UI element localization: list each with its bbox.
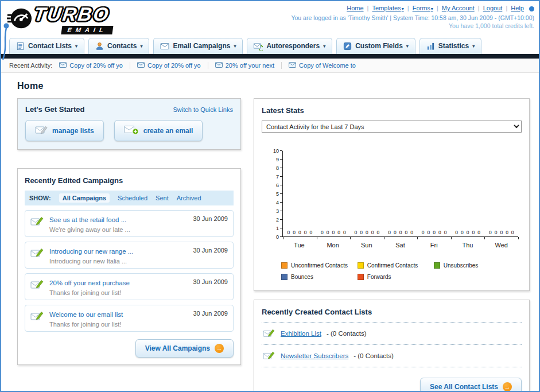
stats-period-select[interactable]: Contact Activity for the Last 7 Days <box>262 121 522 133</box>
chart-value-label: 0 <box>428 230 430 235</box>
campaign-title-link[interactable]: Introducing our new range ... <box>49 248 133 255</box>
logo-secondary: EMAIL <box>61 26 113 34</box>
chart-value-label: 0 <box>489 230 492 235</box>
help-icon[interactable] <box>529 6 534 11</box>
chart-value-label: 0 <box>371 230 374 235</box>
campaign-title-link[interactable]: See us at the retail food ... <box>49 216 126 223</box>
y-axis-label: 3 <box>276 208 279 214</box>
recent-activity-label: Recent Activity: <box>9 62 52 69</box>
campaign-date: 30 Jun 2009 <box>193 215 228 222</box>
campaign-subtitle: Thanks for joining our list! <box>49 321 188 328</box>
tab-custom-fields[interactable]: Custom Fields ▾ <box>336 38 415 54</box>
envelope-pencil-icon <box>30 215 44 229</box>
campaign-title-link[interactable]: Welcome to our email list <box>49 311 123 318</box>
chart-group: 00000 <box>484 230 518 235</box>
campaign-filter-bar: SHOW: All Campaigns Scheduled Sent Archi… <box>25 191 234 205</box>
chart-group: 00000 <box>350 230 384 235</box>
separator: | <box>437 5 438 11</box>
x-axis-label: Mon <box>316 242 350 249</box>
filter-archived[interactable]: Archived <box>177 195 201 201</box>
tab-label: Autoresponders <box>266 42 320 50</box>
chart-value-label: 0 <box>405 230 407 235</box>
chart-value-label: 0 <box>506 230 508 235</box>
contact-list-detail: - (0 Contacts) <box>327 330 367 337</box>
chart-value-label: 0 <box>366 230 368 235</box>
legend-item: Unsubscribes <box>434 262 510 269</box>
chevron-down-icon: ▾ <box>431 6 433 11</box>
recent-activity-item[interactable]: Copy of 20% off yo <box>137 62 208 69</box>
legend-swatch-unsubscribes <box>434 262 440 269</box>
create-email-button[interactable]: create an email <box>114 120 203 141</box>
chart-value-label: 0 <box>388 230 391 235</box>
campaigns-title: Recently Edited Campaigns <box>25 176 123 185</box>
legend-swatch-unconfirmed <box>281 262 288 269</box>
envelope-pencil-icon <box>30 247 44 261</box>
autoresponders-icon <box>254 42 263 51</box>
top-nav: Home | Templates▾ | Forms▾ | My Account … <box>291 5 534 11</box>
envelope-pencil-icon <box>263 350 275 362</box>
tab-contact-lists[interactable]: Contact Lists ▾ <box>9 38 84 54</box>
legend-item: Unconfirmed Contacts <box>281 262 358 269</box>
chart-group: 00000 <box>384 230 418 235</box>
legend-item: Bounces <box>281 274 358 280</box>
recent-activity-item[interactable]: Copy of 20% off yo <box>59 62 130 69</box>
y-axis-label: 5 <box>276 191 279 197</box>
turbo-email-logo: TURBO EMAIL <box>7 3 114 37</box>
nav-my-account[interactable]: My Account <box>442 5 475 11</box>
tab-autoresponders[interactable]: Autoresponders ▾ <box>247 38 332 54</box>
recently-created-contact-lists-panel: Recently Created Contact Lists Exhibitio… <box>254 300 530 392</box>
x-axis-label: Sat <box>383 242 417 249</box>
recent-activity-item[interactable]: Copy of Welcome to <box>289 62 363 69</box>
separator: | <box>407 5 409 11</box>
envelope-pencil-icon <box>30 310 44 324</box>
legend-item: Forwards <box>358 274 434 280</box>
recent-activity-item[interactable]: 20% off your next <box>215 62 282 69</box>
y-axis-label: 6 <box>276 183 279 188</box>
tab-email-campaigns[interactable]: Email Campaigns ▾ <box>153 38 243 54</box>
campaign-title-link[interactable]: 20% off your next purchase <box>49 280 130 286</box>
chart-group: 00000 <box>283 230 317 235</box>
credits-info: You have 1,000 total credits left. <box>291 22 534 29</box>
main-content: Home Let's Get Started Switch to Quick L… <box>1 73 539 392</box>
nav-logout[interactable]: Logout <box>483 5 503 11</box>
manage-lists-button[interactable]: manage lists <box>25 120 104 141</box>
contact-lists-title: Recently Created Contact Lists <box>262 308 372 316</box>
filter-sent[interactable]: Sent <box>156 195 169 201</box>
contact-list-link[interactable]: Newsletter Subscribers <box>281 352 348 359</box>
x-axis-label: Sun <box>349 242 383 249</box>
login-info: You are logged in as 'Timothy Smith' | S… <box>291 14 534 21</box>
chart-value-label: 0 <box>461 230 464 235</box>
contact-list-link[interactable]: Exhibition List <box>281 330 321 337</box>
chevron-down-icon: ▾ <box>472 44 475 49</box>
x-axis-label: Fri <box>417 242 451 249</box>
campaign-date: 30 Jun 2009 <box>193 278 228 285</box>
chart-value-label: 0 <box>410 230 413 235</box>
see-all-contact-lists-button[interactable]: See All Contact Lists → <box>420 378 522 392</box>
separator: | <box>478 5 480 11</box>
envelope-pencil-icon <box>30 278 44 292</box>
nav-help[interactable]: Help <box>511 5 524 11</box>
legend-swatch-forwards <box>358 274 364 280</box>
tab-statistics[interactable]: Statistics ▾ <box>419 38 481 54</box>
tab-contacts[interactable]: Contacts ▾ <box>88 38 149 54</box>
tab-label: Custom Fields <box>355 42 403 50</box>
y-axis-label: 1 <box>276 226 279 231</box>
nav-home[interactable]: Home <box>347 5 363 11</box>
contact-list-detail: - (0 Contacts) <box>353 352 394 359</box>
x-axis-tick <box>417 237 418 239</box>
envelope-icon <box>59 62 67 69</box>
filter-scheduled[interactable]: Scheduled <box>118 195 147 201</box>
contacts-icon <box>95 42 104 51</box>
campaign-date: 30 Jun 2009 <box>193 310 228 317</box>
filter-all-campaigns[interactable]: All Campaigns <box>59 193 110 203</box>
chart-value-label: 0 <box>438 230 441 235</box>
x-axis-tick <box>283 237 283 239</box>
nav-templates[interactable]: Templates▾ <box>372 5 404 11</box>
y-axis-label: 7 <box>276 174 279 180</box>
legend-swatch-confirmed <box>358 262 364 269</box>
x-axis-tick <box>350 237 351 239</box>
switch-quick-links-link[interactable]: Switch to Quick Links <box>173 106 233 113</box>
nav-forms[interactable]: Forms▾ <box>413 5 433 11</box>
page: TURBO EMAIL Home | Templates▾ | Forms▾ |… <box>0 0 540 392</box>
view-all-campaigns-button[interactable]: View All Campaigns → <box>135 339 234 358</box>
